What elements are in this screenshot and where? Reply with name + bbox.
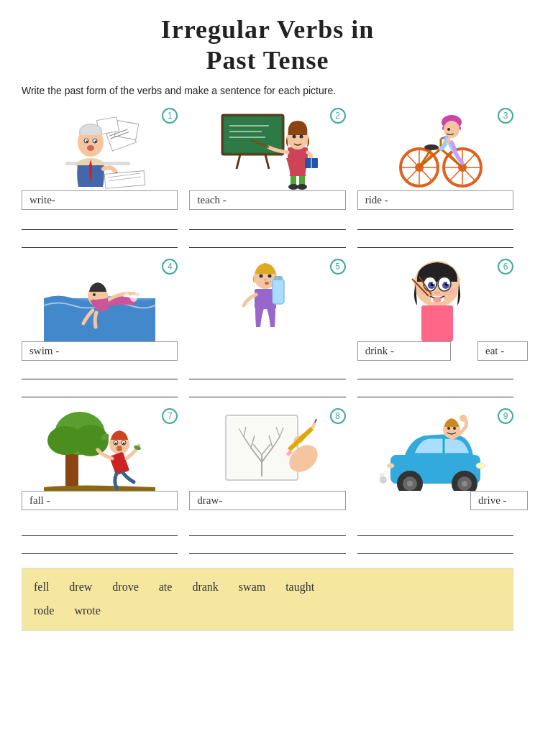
verb-box-8: draw-	[189, 491, 345, 510]
answer-line-2a[interactable]	[189, 216, 345, 230]
row2-pictures: 4	[22, 259, 513, 341]
lines-cell-3	[357, 216, 513, 252]
illustration-9	[380, 408, 491, 491]
answer-line-8a[interactable]	[189, 522, 345, 536]
pic-cell-8: 8	[189, 408, 345, 491]
number-badge-7: 7	[162, 408, 178, 424]
title-line1: Irregular Verbs in	[161, 15, 375, 44]
word-bank: fell drew drove ate drank swam taught ro…	[22, 568, 513, 631]
lines-cell-9	[357, 522, 513, 558]
svg-line-24	[265, 155, 269, 169]
pic-cell-4: 4	[22, 259, 178, 341]
lines-cell-6	[357, 365, 513, 401]
answer-line-7b[interactable]	[22, 540, 178, 554]
svg-point-97	[115, 443, 117, 445]
answer-line-5a[interactable]	[189, 365, 345, 379]
word-bank-words-row2: rode wrote	[34, 601, 501, 622]
word-ate: ate	[159, 577, 173, 598]
svg-line-23	[237, 155, 240, 169]
pic-cell-5: 5	[189, 259, 345, 341]
word-taught: taught	[285, 577, 314, 598]
row3-pictures: 7	[22, 408, 513, 491]
svg-point-10	[86, 141, 88, 143]
illustration-3	[380, 108, 491, 190]
answer-line-9a[interactable]	[357, 522, 513, 536]
illustration-8	[211, 408, 323, 491]
answer-line-4a[interactable]	[22, 365, 178, 379]
svg-point-132	[387, 464, 394, 468]
svg-point-84	[447, 282, 449, 285]
verb-cell-9: drive -	[357, 491, 513, 515]
lines-cell-7	[22, 522, 178, 558]
svg-point-65	[135, 292, 140, 297]
number-badge-3: 3	[498, 108, 513, 124]
svg-point-131	[476, 463, 485, 469]
verb-cell-7: fall -	[22, 491, 178, 515]
verb-box-1: write-	[22, 190, 178, 210]
svg-point-86	[433, 297, 442, 303]
number-badge-4: 4	[162, 259, 178, 275]
illustration-4	[44, 259, 155, 341]
answer-line-3a[interactable]	[357, 216, 513, 230]
svg-point-99	[116, 446, 122, 451]
row3-lines	[22, 522, 513, 558]
svg-point-135	[453, 427, 456, 430]
svg-point-67	[260, 275, 263, 278]
answer-line-6a[interactable]	[357, 365, 513, 379]
verb-box-4: swim -	[22, 341, 178, 361]
answer-line-5b[interactable]	[189, 383, 345, 397]
svg-point-32	[300, 135, 303, 139]
illustration-1	[44, 108, 155, 190]
answer-line-2b[interactable]	[189, 234, 345, 248]
word-swam: swam	[239, 577, 265, 598]
answer-line-8b[interactable]	[189, 540, 345, 554]
row1-lines	[22, 216, 513, 252]
row1-pictures: 1	[22, 108, 513, 190]
illustration-2	[211, 108, 323, 190]
svg-point-27	[288, 184, 298, 190]
number-badge-6: 6	[498, 259, 513, 275]
answer-line-4b[interactable]	[22, 383, 178, 397]
svg-point-11	[95, 141, 97, 143]
verb-cell-6-drink: drink - eat -	[357, 341, 513, 365]
verb-cell-8: draw-	[189, 491, 345, 515]
lines-cell-1	[22, 216, 178, 252]
word-drew: drew	[69, 577, 92, 598]
word-wrote: wrote	[74, 601, 100, 622]
verb-cell-2: teach -	[189, 190, 345, 214]
pic-cell-2: 2	[189, 108, 345, 190]
svg-line-121	[315, 419, 316, 423]
answer-line-7a[interactable]	[22, 522, 178, 536]
svg-point-59	[447, 128, 450, 131]
number-badge-5: 5	[330, 259, 346, 275]
word-fell: fell	[34, 577, 49, 598]
lines-cell-4	[22, 365, 178, 401]
svg-point-68	[268, 275, 272, 278]
answer-line-1a[interactable]	[22, 216, 178, 230]
svg-point-31	[293, 135, 296, 139]
illustration-6	[380, 259, 491, 341]
lines-cell-5	[189, 365, 345, 401]
lines-cell-2	[189, 216, 345, 252]
number-badge-9: 9	[498, 408, 513, 424]
svg-point-69	[265, 279, 267, 281]
verb-box-eat: eat -	[477, 341, 528, 361]
pic-cell-6: 6	[357, 259, 513, 341]
verb-box-6: drink -	[357, 341, 451, 361]
answer-line-9b[interactable]	[357, 540, 513, 554]
answer-line-1b[interactable]	[22, 234, 178, 248]
svg-point-58	[444, 121, 459, 138]
pic-cell-3: 3	[357, 108, 513, 190]
row1-verbs: write- teach - ride -	[22, 190, 513, 214]
verb-box-2: teach -	[189, 190, 345, 210]
answer-line-3b[interactable]	[357, 234, 513, 248]
verb-cell-4: swim -	[22, 341, 178, 365]
verb-cell-3: ride -	[357, 190, 513, 214]
svg-point-83	[432, 282, 434, 285]
svg-rect-100	[109, 452, 129, 476]
row2-lines	[22, 365, 513, 401]
svg-point-134	[447, 427, 450, 430]
svg-point-12	[87, 145, 94, 151]
svg-point-136	[459, 415, 467, 422]
answer-line-6b[interactable]	[357, 383, 513, 397]
